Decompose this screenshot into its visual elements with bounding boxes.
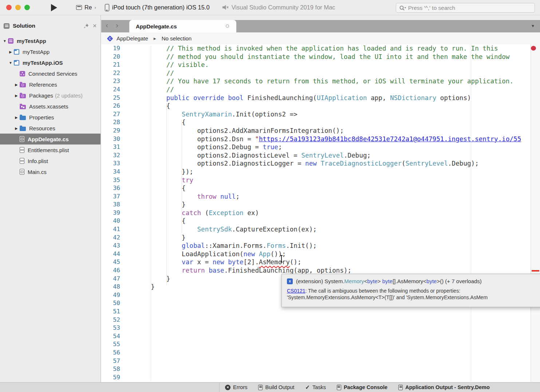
pad-button-errors[interactable]: ✕Errors <box>225 384 247 390</box>
code-line-58[interactable]: 58 <box>101 365 540 373</box>
tree-item-resources[interactable]: ▶Resources <box>0 123 100 134</box>
expander-icon[interactable]: ▶ <box>13 126 20 130</box>
expander-icon[interactable]: ▶ <box>13 115 20 119</box>
navigate-back-icon[interactable]: ‹ <box>106 21 108 29</box>
scrollbar-error-marker[interactable] <box>532 270 539 272</box>
code-line-55[interactable]: 55 <box>101 340 540 349</box>
close-icon[interactable]: ✕ <box>92 23 97 29</box>
error-code-link[interactable]: CS0121 <box>287 288 306 294</box>
code-line-59[interactable]: 59 <box>101 373 540 382</box>
pad-button-tasks[interactable]: ✓Tasks <box>305 384 326 391</box>
pin-icon[interactable] <box>84 23 89 28</box>
code-line-20[interactable]: 20 // method you should instantiate the … <box>101 53 540 61</box>
code-line-56[interactable]: 56 <box>101 349 540 357</box>
code-line-24[interactable]: 24 // <box>101 86 540 94</box>
pad-button-build-output[interactable]: Build Output <box>258 384 294 390</box>
code-line-33[interactable]: 33 options2.DiagnosticLogger = new Trace… <box>101 159 540 168</box>
code-token: base <box>209 267 224 274</box>
code-line-44[interactable]: 44 LoadApplication(new App()); <box>101 250 540 258</box>
code-line-30[interactable]: 30 options2.Dsn = "https://5a193123a9b84… <box>101 135 540 143</box>
code-line-37[interactable]: 37 throw null; <box>101 193 540 201</box>
code-line-19[interactable]: 19 // This method is invoked when the ap… <box>101 44 540 53</box>
code-token: } <box>135 283 155 290</box>
code-line-53[interactable]: 53 <box>101 324 540 332</box>
tree-item-packages[interactable]: ▶Packages(2 updates) <box>0 90 100 101</box>
code-token: ( <box>402 160 406 167</box>
tree-item-mytestapp-ios[interactable]: ▼myTestApp.iOS <box>0 57 100 68</box>
code-token: // You have 17 seconds to return from th… <box>135 78 513 85</box>
tree-item-appdelegate-cs[interactable]: AppDelegate.cs <box>0 134 100 144</box>
expander-icon[interactable]: ▶ <box>13 94 20 98</box>
code-line-51[interactable]: 51 <box>101 308 540 316</box>
indent-guide <box>151 46 151 381</box>
code-line-27[interactable]: 27 SentryXamarin.Init(options2 => <box>101 110 540 119</box>
expander-icon[interactable]: ▶ <box>7 50 14 54</box>
code-editor[interactable]: 19 // This method is invoked when the ap… <box>101 44 540 382</box>
code-line-25[interactable]: 25 public override bool FinishedLaunchin… <box>101 94 540 102</box>
code-line-45[interactable]: 45 var x = new byte[2].AsMemory(); <box>101 258 540 266</box>
code-line-29[interactable]: 29 options2.AddXamarinFormsIntegration()… <box>101 127 540 135</box>
window-close-button[interactable] <box>6 5 12 10</box>
tree-item-entitlements-plist[interactable]: Entitlements.plist <box>0 144 100 155</box>
window-zoom-button[interactable] <box>24 5 30 10</box>
tree-item-label: AppDelegate.cs <box>28 136 69 142</box>
expander-icon[interactable]: ▶ <box>13 83 20 87</box>
line-number: 39 <box>101 209 128 217</box>
code-line-26[interactable]: 26 { <box>101 102 540 110</box>
code-line-34[interactable]: 34 }); <box>101 168 540 176</box>
code-line-57[interactable]: 57 <box>101 357 540 365</box>
tab-appdelegate[interactable]: AppDelegate.cs <box>129 20 236 32</box>
code-line-22[interactable]: 22 // <box>101 69 540 78</box>
code-line-39[interactable]: 39 catch (Exception ex) <box>101 209 540 217</box>
code-line-35[interactable]: 35 try <box>101 176 540 185</box>
app-title: Visual Studio Community 2019 for Mac <box>232 4 335 11</box>
tree-item-mytestapp[interactable]: ▼myTestApp <box>0 35 100 46</box>
doc-icon <box>398 385 403 390</box>
global-search-field[interactable] <box>396 3 535 13</box>
code-line-42[interactable]: 42 } <box>101 234 540 242</box>
tree-item-info-plist[interactable]: Info.plist <box>0 155 100 166</box>
device-selector[interactable]: iPod touch (7th generation) iOS 15.0 <box>105 4 210 11</box>
search-input[interactable] <box>408 5 532 11</box>
tree-item-mytestapp[interactable]: ▶myTestApp <box>0 46 100 57</box>
folder-assets-icon <box>20 105 26 109</box>
tree-item-connected-services[interactable]: Connected Services <box>0 68 100 79</box>
tab-list-dropdown-icon[interactable]: ▼ <box>531 24 535 28</box>
tree-item-references[interactable]: ▶References <box>0 79 100 90</box>
run-button[interactable] <box>51 4 57 11</box>
editor-scrollbar[interactable] <box>531 44 540 382</box>
pad-button-application-output-sentry-demo[interactable]: Application Output - Sentry.Demo <box>398 384 490 390</box>
code-line-32[interactable]: 32 options2.DiagnosticLevel = SentryLeve… <box>101 151 540 160</box>
code-line-52[interactable]: 52 <box>101 316 540 324</box>
window-minimize-button[interactable] <box>15 5 21 10</box>
code-line-23[interactable]: 23 // You have 17 seconds to return from… <box>101 77 540 86</box>
tree-item-main-cs[interactable]: Main.cs <box>0 166 100 177</box>
breadcrumb-type[interactable]: AppDelegate <box>117 35 148 41</box>
code-line-43[interactable]: 43 global::Xamarin.Forms.Forms.Init(); <box>101 242 540 250</box>
code-line-54[interactable]: 54 <box>101 332 540 341</box>
code-line-28[interactable]: 28 { <box>101 118 540 127</box>
code-line-40[interactable]: 40 { <box>101 217 540 225</box>
pad-button-package-console[interactable]: Package Console <box>337 384 387 390</box>
line-number: 56 <box>101 349 128 357</box>
code-token: .Debug); <box>448 160 479 167</box>
expander-icon[interactable]: ▼ <box>1 39 8 43</box>
line-content: SentrySdk.CaptureException(ex); <box>128 225 317 234</box>
line-content <box>128 324 135 332</box>
code-line-21[interactable]: 21 // visible. <box>101 61 540 69</box>
code-line-41[interactable]: 41 SentrySdk.CaptureException(ex); <box>101 225 540 234</box>
breadcrumb-member[interactable]: No selection <box>162 35 192 41</box>
url-token[interactable]: https://5a193123a9b841bc8d8e42531e7242a1… <box>259 135 521 143</box>
tree-item-properties[interactable]: ▶Properties <box>0 112 100 123</box>
code-line-38[interactable]: 38 } <box>101 201 540 209</box>
expander-icon[interactable]: ▼ <box>7 61 14 65</box>
line-content <box>128 357 135 365</box>
line-number: 51 <box>101 308 128 316</box>
code-token: { <box>135 217 186 225</box>
code-line-31[interactable]: 31 options2.Debug = true; <box>101 143 540 151</box>
navigate-forward-icon[interactable]: › <box>116 21 118 29</box>
build-configuration-selector[interactable]: Re › <box>76 4 96 11</box>
code-line-36[interactable]: 36 { <box>101 184 540 193</box>
tree-item-assets-xcassets[interactable]: Assets.xcassets <box>0 101 100 112</box>
code-token: Exception <box>209 209 243 217</box>
